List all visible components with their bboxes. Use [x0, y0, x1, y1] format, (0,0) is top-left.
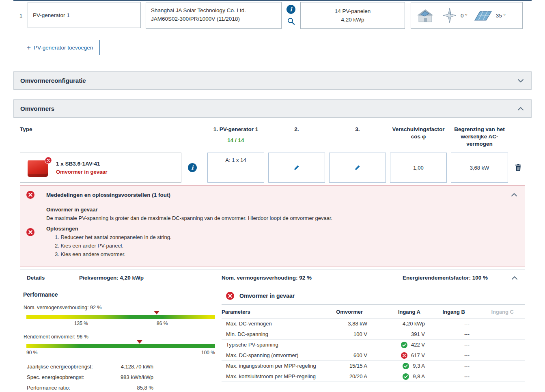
details-bar[interactable]: Details Piekvermogen: 4,20 kWp Nom. verm…	[20, 269, 525, 286]
chevron-up-icon[interactable]	[510, 191, 518, 199]
panel-power: 4,20 kWp	[341, 15, 364, 24]
orientation-box: 0 ° 35 °	[411, 2, 523, 29]
module-actions: i	[282, 2, 300, 29]
scale-label: 90 %	[26, 350, 37, 355]
col-ingang-a: Ingang A	[363, 309, 420, 315]
col-ac-limit: Begrenzing van het werkelijke AC-vermoge…	[451, 126, 508, 148]
col-parameters: Parameters	[222, 309, 322, 315]
trash-icon	[515, 164, 522, 172]
gauge1	[26, 315, 215, 319]
col-cos-phi: Verschuivingsfactor cos φ	[390, 126, 447, 148]
success-circle-icon	[401, 342, 407, 348]
inverter-name: 1 x SB3.6-1AV-41	[56, 161, 107, 167]
string-config-a-box[interactable]: A: 1 x 14	[207, 153, 264, 183]
inverter-status-panel: Omvormer in gevaar Parameters Omvormer I…	[222, 286, 525, 392]
string-config-a-value: A: 1 x 14	[225, 157, 246, 182]
error-circle-icon	[26, 191, 34, 199]
ac-limit-box[interactable]: 3,68 kW	[451, 153, 508, 183]
section-omvormerconfiguratie[interactable]: Omvormerconfiguratie	[13, 71, 532, 90]
pv-design-page: 1 Shanghai JA Solar Technology Co. Ltd. …	[0, 0, 545, 392]
col-3: 3.	[329, 126, 386, 148]
tilt-value[interactable]: 35 °	[496, 13, 506, 19]
solution-item: 3. Kies een andere omvormer.	[55, 250, 517, 258]
error-circle-icon	[401, 352, 407, 359]
col-ingang-c: Ingang C	[465, 309, 514, 315]
cos-phi-box[interactable]: 1,00	[390, 153, 447, 183]
edit-pencil-icon	[293, 164, 300, 171]
parameter-row: Max. kortsluitstroom per MPP-regeling 20…	[222, 371, 525, 382]
solutions-heading: Oplossingen	[46, 224, 517, 233]
parameter-row: Max. DC-spanning (omvormer) 600 V 617 V …	[222, 350, 525, 361]
pv-generator-index: 1	[13, 2, 28, 29]
status-panel-title: Omvormer in gevaar	[239, 293, 295, 299]
roof-house-icon[interactable]	[416, 7, 435, 24]
col-omvormer: Omvormer	[322, 309, 363, 315]
panel-count: 14 PV-panelen	[335, 7, 371, 15]
pv-generator-name-input[interactable]	[28, 2, 141, 28]
section-title: Omvormers	[20, 105, 54, 112]
gauge-marker	[137, 340, 142, 344]
success-circle-icon	[403, 373, 409, 380]
stat-row: Performance ratio:85,8 %	[27, 383, 153, 392]
section-omvormers[interactable]: Omvormers	[13, 99, 532, 118]
energy-factor-summary: Energierendementsfactor: 100 %	[403, 275, 511, 281]
performance-panel: Performance Nom. vermogensverhouding: 92…	[23, 286, 215, 392]
power-ratio-summary: Nom. vermogensverhouding: 92 %	[222, 275, 403, 281]
error-panel-header[interactable]: Mededelingen en oplossingsvoorstellen (1…	[20, 186, 525, 202]
module-search-icon[interactable]	[287, 17, 295, 25]
chevron-up-icon[interactable]	[517, 105, 525, 113]
error-panel-title: Mededelingen en oplossingsvoorstellen (1…	[46, 192, 170, 198]
error-panel: Mededelingen en oplossingsvoorstellen (1…	[20, 185, 525, 267]
chevron-down-icon[interactable]	[517, 77, 525, 85]
scale-label: 100 %	[201, 350, 215, 355]
gauge1-label: Nom. vermogensverhouding: 92 %	[24, 305, 215, 310]
scale-label: 135 %	[74, 321, 88, 326]
parameter-row: Typische PV-spanning 422 V ---	[222, 340, 525, 350]
solution-item: 1. Reduceer het aantal zonnepanelen in d…	[55, 233, 517, 241]
cos-phi-value: 1,00	[413, 165, 423, 171]
edit-pencil-icon	[354, 164, 361, 171]
inverter-select-box[interactable]: 1 x SB3.6-1AV-41 Omvormer in gevaar	[20, 153, 181, 183]
parameter-row: Max. ingangsstroom per MPP-regeling 15/1…	[222, 361, 525, 371]
tilt-panel-icon[interactable]	[473, 9, 493, 22]
plus-icon: +	[27, 44, 31, 51]
ac-limit-value: 3,68 kW	[470, 165, 489, 171]
stat-row: Jaarlijkse energieopbrengst:4.128,70 kWh	[27, 362, 153, 372]
col-ingang-b: Ingang B	[420, 309, 465, 315]
panel-count-box[interactable]: 14 PV-panelen 4,20 kWp	[300, 2, 405, 29]
gauge-marker	[154, 311, 159, 314]
error-panel-body: Omvormer in gevaar De maximale PV-spanni…	[20, 202, 525, 267]
peak-power-summary: Piekvermogen: 4,20 kWp	[79, 275, 222, 281]
col-2: 2.	[268, 126, 325, 148]
parameter-row: Max. DC-vermogen 3,88 kW 4,20 kWp ---	[222, 319, 525, 329]
azimuth-value[interactable]: 0 °	[461, 13, 467, 19]
gauge2-label: Rendement omvormer: 96 %	[24, 334, 215, 340]
performance-title: Performance	[23, 291, 215, 298]
parameter-row: Min. DC-spanning 100 V 391 V ---	[222, 329, 525, 340]
col-type: Type	[20, 126, 203, 148]
module-manufacturer: Shanghai JA Solar Technology Co. Ltd.	[151, 6, 276, 15]
divider	[13, 0, 532, 1]
add-pv-generator-button[interactable]: + PV-generator toevoegen	[20, 40, 100, 55]
error-circle-icon	[226, 292, 234, 300]
string-config-2-box[interactable]	[268, 153, 325, 183]
chevron-up-icon[interactable]	[511, 274, 519, 282]
section-title: Omvormerconfiguratie	[20, 77, 86, 84]
module-select-box[interactable]: Shanghai JA Solar Technology Co. Ltd. JA…	[146, 2, 282, 29]
pv-generator-row: 1 Shanghai JA Solar Technology Co. Ltd. …	[13, 2, 532, 29]
error-badge-icon	[45, 157, 52, 164]
delete-inverter-button[interactable]	[512, 153, 524, 183]
azimuth-compass-icon[interactable]	[442, 7, 457, 24]
module-info-icon[interactable]: i	[287, 5, 295, 14]
gauge1-scale: 135 % 86 %	[26, 320, 215, 327]
status-panel-header: Omvormer in gevaar	[222, 286, 525, 305]
col-actions	[512, 126, 524, 148]
error-heading: Omvormer in gevaar	[46, 205, 517, 214]
performance-stats: Jaarlijkse energieopbrengst:4.128,70 kWh…	[24, 362, 215, 392]
col-pv-generator-1: 1. PV-generator 1 14 / 14	[207, 126, 264, 148]
inverter-status: Omvormer in gevaar	[56, 169, 107, 175]
string-config-3-box[interactable]	[329, 153, 386, 183]
add-pv-generator-label: PV-generator toevoegen	[34, 45, 93, 51]
inverter-info-icon[interactable]: i	[188, 163, 197, 172]
gauge2-scale: 90 % 100 %	[26, 349, 215, 356]
